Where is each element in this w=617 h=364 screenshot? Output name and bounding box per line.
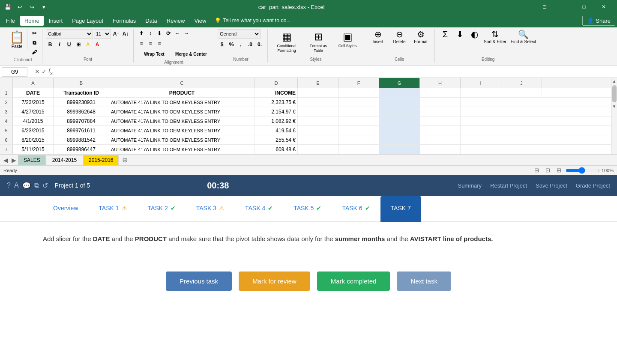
save-project-action[interactable]: Save Project bbox=[536, 182, 567, 189]
vertical-scrollbar[interactable]: ▲ ▼ bbox=[611, 78, 617, 154]
cell-b3[interactable]: 8999362648 bbox=[54, 107, 109, 116]
cell-b5[interactable]: 8999761611 bbox=[54, 126, 109, 135]
currency-btn[interactable]: $ bbox=[218, 40, 226, 49]
page-layout-view-btn[interactable]: ⊡ bbox=[543, 167, 553, 174]
cell-d2[interactable]: 2,323.75 € bbox=[255, 98, 298, 107]
insert-btn[interactable]: ⊕ Insert bbox=[368, 29, 388, 45]
format-painter-button[interactable]: 🖌 bbox=[30, 48, 39, 57]
format-as-table-btn[interactable]: ⊞ Format as Table bbox=[303, 29, 334, 54]
cell-d3[interactable]: 2,154.97 € bbox=[255, 107, 298, 116]
page-break-view-btn[interactable]: ⊞ bbox=[554, 167, 564, 174]
percent-btn[interactable]: % bbox=[227, 40, 236, 49]
cell-e2[interactable] bbox=[298, 98, 338, 107]
col-header-j[interactable]: J bbox=[501, 78, 542, 88]
find-select-btn[interactable]: 🔍 Find & Select bbox=[509, 29, 538, 45]
cell-f7[interactable] bbox=[338, 145, 379, 154]
task-nav-task3[interactable]: TASK 3 ⚠ bbox=[186, 196, 235, 222]
cell-c2[interactable]: AUTOMATE 417A LINK TO OEM KEYLESS ENTRY bbox=[109, 98, 255, 107]
font-color-button[interactable]: A bbox=[93, 40, 102, 49]
cell-g1[interactable] bbox=[379, 88, 420, 97]
sheet-tab-2014-2015[interactable]: 2014-2015 bbox=[47, 155, 82, 165]
text-icon[interactable]: A bbox=[14, 182, 19, 189]
cell-h5[interactable] bbox=[420, 126, 461, 135]
text-orient-btn[interactable]: ⟳ bbox=[164, 29, 173, 38]
decrease-decimal-btn[interactable]: 0. bbox=[255, 40, 264, 49]
task-nav-task4[interactable]: TASK 4 ✔ bbox=[235, 196, 283, 222]
menu-review[interactable]: Review bbox=[162, 16, 189, 26]
row-num-6[interactable]: 6 bbox=[0, 135, 13, 144]
copy2-icon[interactable]: ⧉ bbox=[34, 182, 39, 189]
tell-me-text[interactable]: Tell me what you want to do... bbox=[223, 18, 291, 24]
zoom-slider[interactable] bbox=[566, 167, 600, 174]
col-header-c[interactable]: C bbox=[109, 78, 255, 88]
cell-b4[interactable]: 8999707884 bbox=[54, 116, 109, 125]
close-btn[interactable]: ✕ bbox=[594, 0, 614, 14]
menu-page-layout[interactable]: Page Layout bbox=[68, 16, 108, 26]
row-num-1[interactable]: 1 bbox=[0, 88, 13, 97]
cell-c5[interactable]: AUTOMATE 417A LINK TO OEM KEYLESS ENTRY bbox=[109, 126, 255, 135]
cell-b2[interactable]: 8999230931 bbox=[54, 98, 109, 107]
format-btn[interactable]: ⚙ Format bbox=[410, 29, 431, 45]
cell-h4[interactable] bbox=[420, 116, 461, 125]
insert-function-icon[interactable]: fx bbox=[48, 68, 53, 76]
row-num-3[interactable]: 3 bbox=[0, 107, 13, 116]
grade-project-action[interactable]: Grade Project bbox=[576, 182, 610, 189]
restart-project-action[interactable]: Restart Project bbox=[490, 182, 527, 189]
conditional-formatting-btn[interactable]: ▦ Conditional Formatting bbox=[271, 29, 302, 54]
task-nav-task6[interactable]: TASK 6 ✔ bbox=[332, 196, 380, 222]
cell-a6[interactable]: 8/20/2015 bbox=[13, 135, 54, 144]
cell-e6[interactable] bbox=[298, 135, 338, 144]
menu-home[interactable]: Home bbox=[20, 16, 44, 26]
normal-view-btn[interactable]: ⊟ bbox=[532, 167, 542, 174]
fill-color-button[interactable]: A bbox=[84, 40, 92, 49]
fill-btn[interactable]: ⬇ bbox=[453, 29, 467, 39]
cell-g4[interactable] bbox=[379, 116, 420, 125]
sheet-nav-next[interactable]: ▶ bbox=[10, 157, 18, 164]
cell-d1[interactable]: INCOME bbox=[255, 88, 298, 97]
cell-a3[interactable]: 4/27/2015 bbox=[13, 107, 54, 116]
row-num-7[interactable]: 7 bbox=[0, 145, 13, 154]
cell-h7[interactable] bbox=[420, 145, 461, 154]
col-header-h[interactable]: H bbox=[420, 78, 461, 88]
cell-a1[interactable]: DATE bbox=[13, 88, 54, 97]
menu-data[interactable]: Data bbox=[141, 16, 161, 26]
share-button[interactable]: 👤 Share bbox=[582, 16, 615, 26]
previous-task-button[interactable]: Previous task bbox=[166, 272, 232, 291]
align-bottom-btn[interactable]: ⬇ bbox=[155, 29, 164, 38]
cell-f2[interactable] bbox=[338, 98, 379, 107]
cell-d7[interactable]: 609.48 € bbox=[255, 145, 298, 154]
cell-f3[interactable] bbox=[338, 107, 379, 116]
cancel-formula-icon[interactable]: ✕ bbox=[35, 68, 40, 75]
cell-styles-btn[interactable]: ▣ Cell Styles bbox=[335, 29, 360, 49]
border-button[interactable]: ⊞ bbox=[74, 40, 83, 49]
col-header-g[interactable]: G bbox=[379, 78, 420, 88]
cell-c6[interactable]: AUTOMATE 417A LINK TO OEM KEYLESS ENTRY bbox=[109, 135, 255, 144]
mark-completed-button[interactable]: Mark completed bbox=[317, 272, 390, 291]
restore-down-btn[interactable]: ⊡ bbox=[535, 0, 554, 14]
comma-btn[interactable]: , bbox=[237, 40, 245, 49]
increase-decimal-btn[interactable]: .0 bbox=[246, 40, 255, 49]
col-header-e[interactable]: E bbox=[298, 78, 338, 88]
scroll-down-arrow[interactable]: ▼ bbox=[611, 103, 617, 110]
align-right-btn[interactable]: ≡ bbox=[155, 39, 164, 48]
wrap-text-btn[interactable]: Wrap Text bbox=[137, 50, 171, 58]
confirm-formula-icon[interactable]: ✓ bbox=[42, 68, 47, 75]
align-left-btn[interactable]: ≡ bbox=[137, 39, 146, 48]
copy-button[interactable]: ⧉ bbox=[30, 39, 39, 47]
indent-increase-btn[interactable]: → bbox=[182, 29, 191, 38]
cell-g7[interactable] bbox=[379, 145, 420, 154]
row-num-5[interactable]: 5 bbox=[0, 126, 13, 135]
cell-g3[interactable] bbox=[379, 107, 420, 116]
cut-button[interactable]: ✂ bbox=[30, 29, 39, 38]
cell-d6[interactable]: 255.54 € bbox=[255, 135, 298, 144]
cell-f1[interactable] bbox=[338, 88, 379, 97]
delete-btn[interactable]: ⊖ Delete bbox=[389, 29, 410, 45]
formula-input[interactable] bbox=[54, 67, 615, 77]
save-icon[interactable]: 💾 bbox=[3, 3, 12, 11]
row-num-4[interactable]: 4 bbox=[0, 116, 13, 125]
sheet-tab-2015-2016[interactable]: 2015-2016 bbox=[83, 155, 119, 165]
col-header-b[interactable]: B bbox=[54, 78, 109, 88]
menu-formulas[interactable]: Formulas bbox=[108, 16, 140, 26]
task-nav-task5[interactable]: TASK 5 ✔ bbox=[283, 196, 332, 222]
redo-icon[interactable]: ↪ bbox=[27, 3, 36, 11]
